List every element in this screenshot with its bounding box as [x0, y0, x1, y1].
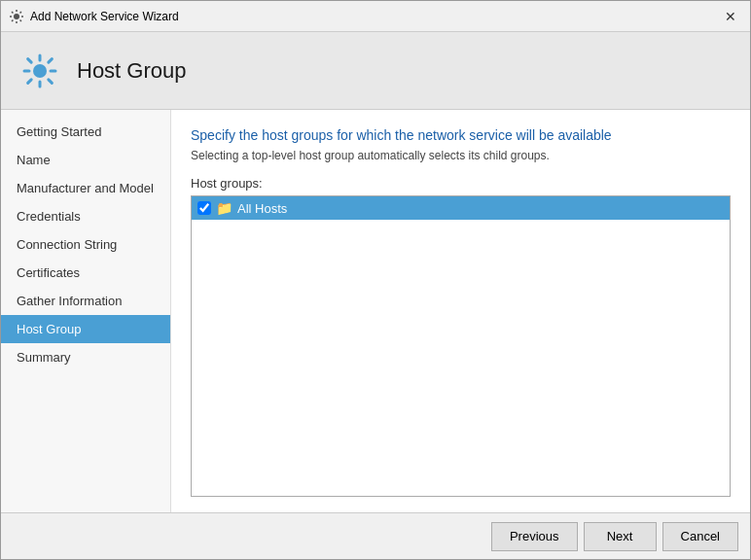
sidebar-item-summary[interactable]: Summary [1, 343, 170, 371]
window-title: Add Network Service Wizard [30, 10, 179, 23]
sidebar-item-connection-string[interactable]: Connection String [1, 230, 170, 259]
host-group-checkbox[interactable] [197, 201, 211, 215]
title-bar-icon [9, 9, 24, 24]
gear-svg [20, 52, 59, 90]
svg-point-0 [14, 14, 19, 19]
folder-icon: 📁 [216, 200, 232, 216]
host-groups-list: 📁 All Hosts [191, 195, 731, 497]
content-area: Getting Started Name Manufacturer and Mo… [1, 110, 750, 512]
next-button[interactable]: Next [584, 522, 657, 551]
title-bar: Add Network Service Wizard ✕ [1, 1, 750, 32]
host-group-name: All Hosts [237, 201, 287, 216]
header-area: Host Group [1, 32, 750, 110]
previous-button[interactable]: Previous [491, 522, 578, 551]
sidebar-item-gather-information[interactable]: Gather Information [1, 287, 170, 315]
sidebar-item-host-group[interactable]: Host Group [1, 315, 170, 343]
sidebar-item-getting-started[interactable]: Getting Started [1, 118, 170, 146]
main-window: Add Network Service Wizard ✕ Host Group … [0, 0, 751, 560]
sidebar: Getting Started Name Manufacturer and Mo… [1, 110, 171, 512]
title-bar-left: Add Network Service Wizard [9, 9, 179, 24]
footer: Previous Next Cancel [1, 512, 750, 559]
close-button[interactable]: ✕ [719, 5, 742, 28]
section-title: Specify the host groups for which the ne… [191, 127, 731, 143]
sidebar-item-credentials[interactable]: Credentials [1, 202, 170, 230]
main-content: Specify the host groups for which the ne… [171, 110, 750, 512]
svg-point-1 [33, 64, 47, 78]
host-groups-label: Host groups: [191, 176, 731, 191]
sidebar-item-manufacturer-model[interactable]: Manufacturer and Model [1, 174, 170, 202]
header-icon [17, 48, 63, 94]
page-title: Host Group [77, 58, 187, 84]
sidebar-item-certificates[interactable]: Certificates [1, 259, 170, 287]
host-group-all-hosts[interactable]: 📁 All Hosts [192, 196, 730, 220]
sidebar-item-name[interactable]: Name [1, 146, 170, 174]
section-subtitle: Selecting a top-level host group automat… [191, 149, 731, 162]
cancel-button[interactable]: Cancel [662, 522, 738, 551]
